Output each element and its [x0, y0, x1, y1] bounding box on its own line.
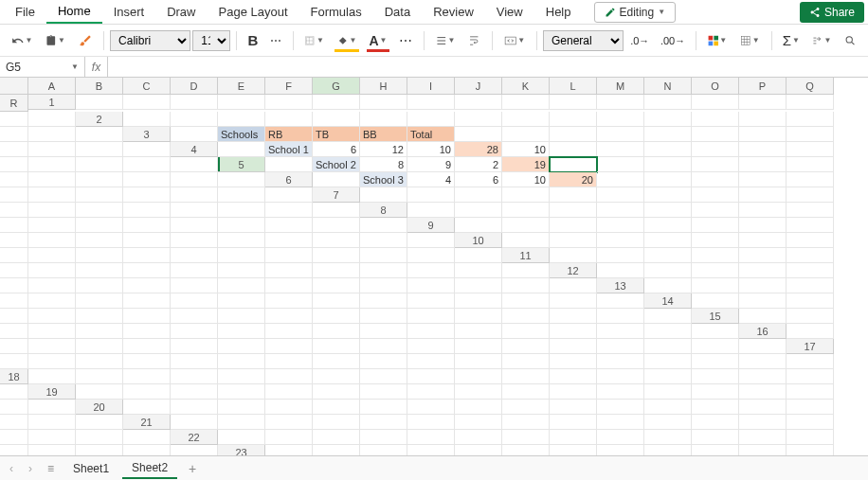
cell-E18[interactable] [218, 369, 265, 384]
menu-formulas[interactable]: Formulas [299, 1, 373, 23]
cell-N5[interactable] [28, 172, 76, 187]
cell-I12[interactable] [123, 278, 171, 293]
cell-K9[interactable] [76, 233, 123, 248]
cell-L9[interactable] [123, 233, 171, 248]
cell-E5[interactable]: 2 [455, 157, 502, 172]
menu-view[interactable]: View [485, 1, 534, 23]
clipboard-button[interactable]: ▼ [40, 28, 71, 53]
cell-N18[interactable] [644, 369, 692, 384]
col-header-C[interactable]: C [123, 78, 171, 95]
col-header-A[interactable]: A [28, 78, 76, 95]
cell-P14[interactable] [550, 309, 597, 324]
cell-I2[interactable] [502, 112, 550, 127]
cell-A15[interactable] [739, 309, 787, 324]
cell-G8[interactable] [692, 203, 739, 218]
cell-I10[interactable] [28, 248, 76, 263]
cell-D13[interactable] [787, 278, 834, 293]
cell-K19[interactable] [550, 384, 597, 400]
cell-E10[interactable] [692, 233, 739, 248]
cell-P10[interactable] [360, 248, 407, 263]
row-header-13[interactable]: 13 [597, 278, 644, 293]
cell-I16[interactable] [313, 339, 360, 354]
cell-A4[interactable] [218, 142, 265, 157]
cell-B9[interactable] [502, 218, 550, 233]
cell-F22[interactable] [455, 430, 502, 445]
cell-P8[interactable] [265, 218, 313, 233]
cell-D1[interactable] [218, 95, 265, 110]
cell-A2[interactable] [123, 112, 171, 127]
cell-R7[interactable] [313, 203, 360, 218]
cell-J3[interactable] [597, 127, 644, 142]
cell-L3[interactable] [692, 127, 739, 142]
cell-D6[interactable]: 6 [455, 172, 502, 187]
cell-G17[interactable] [265, 354, 313, 369]
cell-O1[interactable] [739, 95, 787, 110]
cell-G16[interactable] [218, 339, 265, 354]
cell-R8[interactable] [360, 218, 407, 233]
col-header-G[interactable]: G [313, 78, 360, 95]
cell-P21[interactable] [28, 430, 76, 445]
cell-F19[interactable] [313, 384, 360, 400]
cell-K1[interactable] [550, 95, 597, 110]
cell-B13[interactable] [692, 278, 739, 293]
cell-N14[interactable] [455, 309, 502, 324]
cell-L12[interactable] [265, 278, 313, 293]
cell-J12[interactable] [171, 278, 218, 293]
cell-C19[interactable] [171, 384, 218, 400]
cell-B3[interactable]: Schools [218, 127, 265, 142]
row-header-15[interactable]: 15 [692, 309, 739, 324]
cell-B14[interactable] [739, 293, 787, 309]
cell-F2[interactable] [360, 112, 407, 127]
autosum-button[interactable]: Σ▼ [778, 28, 805, 53]
row-header-7[interactable]: 7 [313, 187, 360, 203]
cell-I17[interactable] [360, 354, 407, 369]
cell-E11[interactable] [739, 248, 787, 263]
cell-A1[interactable] [76, 95, 123, 110]
cell-N4[interactable] [0, 157, 28, 172]
cell-M7[interactable] [76, 203, 123, 218]
col-header-D[interactable]: D [171, 78, 218, 95]
cell-M12[interactable] [313, 278, 360, 293]
cell-F20[interactable] [360, 400, 407, 415]
cell-M14[interactable] [407, 309, 455, 324]
cell-O21[interactable] [0, 430, 28, 445]
cell-L22[interactable] [739, 430, 787, 445]
cell-C8[interactable] [502, 203, 550, 218]
cell-B22[interactable] [265, 430, 313, 445]
cell-B18[interactable] [76, 369, 123, 384]
cell-O3[interactable] [0, 142, 28, 157]
cell-I14[interactable] [218, 309, 265, 324]
cell-K22[interactable] [692, 430, 739, 445]
col-header-H[interactable]: H [360, 78, 407, 95]
cell-G12[interactable] [28, 278, 76, 293]
cell-N1[interactable] [692, 95, 739, 110]
conditional-format-button[interactable]: ▼ [702, 28, 733, 53]
cell-B10[interactable] [550, 233, 597, 248]
row-header-8[interactable]: 8 [360, 203, 407, 218]
cell-R13[interactable] [597, 293, 644, 309]
cell-B11[interactable] [597, 248, 644, 263]
cell-M21[interactable] [739, 415, 787, 430]
cell-P15[interactable] [597, 324, 644, 339]
row-header-21[interactable]: 21 [123, 415, 171, 430]
cell-G18[interactable] [313, 369, 360, 384]
row-header-5[interactable]: 5 [218, 157, 265, 172]
cell-C17[interactable] [76, 354, 123, 369]
cell-C22[interactable] [313, 430, 360, 445]
cell-R2[interactable] [76, 127, 123, 142]
cell-O15[interactable] [550, 324, 597, 339]
cell-Q14[interactable] [597, 309, 644, 324]
cell-F8[interactable] [644, 203, 692, 218]
cell-P12[interactable] [455, 278, 502, 293]
cell-D4[interactable]: 12 [360, 142, 407, 157]
cell-F5[interactable]: 19 [502, 157, 550, 172]
cell-I13[interactable] [171, 293, 218, 309]
cell-F21[interactable] [407, 415, 455, 430]
cell-Q9[interactable] [360, 233, 407, 248]
row-header-3[interactable]: 3 [123, 127, 171, 142]
cell-E16[interactable] [123, 339, 171, 354]
cell-K8[interactable] [28, 218, 76, 233]
cell-J19[interactable] [502, 384, 550, 400]
font-name-select[interactable]: Calibri [110, 30, 190, 51]
cell-H15[interactable] [218, 324, 265, 339]
